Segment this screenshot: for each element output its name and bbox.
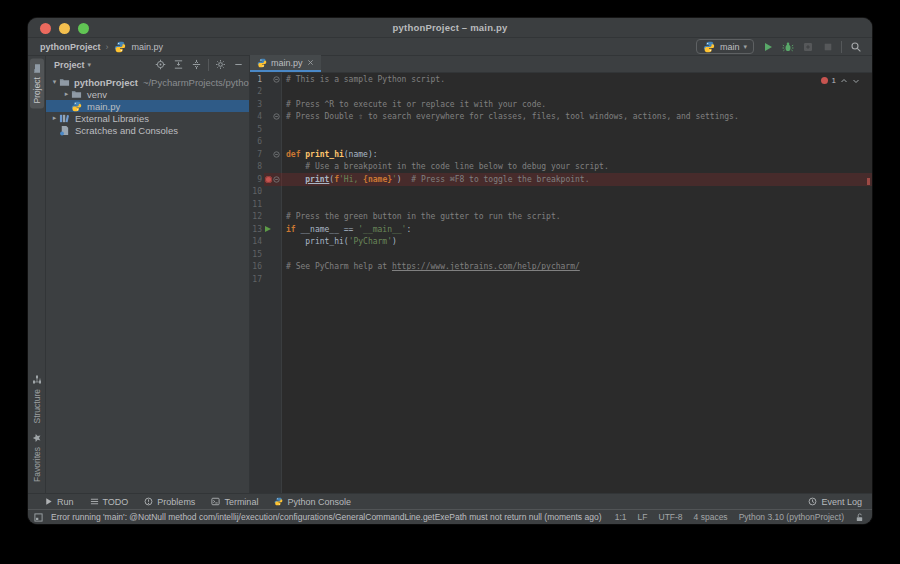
breadcrumb-file[interactable]: main.py: [132, 42, 164, 52]
tree-item-external-libraries[interactable]: ▸External Libraries: [46, 112, 249, 124]
code-editor[interactable]: 1 1# This is a sample Python script.23# …: [250, 73, 872, 493]
line-number: 14: [250, 236, 264, 249]
breadcrumb: pythonProject › main.py: [40, 40, 163, 53]
panel-divider: [208, 59, 209, 71]
status-message[interactable]: Error running 'main': @NotNull method co…: [51, 512, 607, 522]
settings-gear-icon[interactable]: [214, 58, 227, 71]
run-configuration-selector[interactable]: main ▾: [696, 39, 754, 54]
line-number: 4: [250, 111, 264, 124]
debug-button[interactable]: [781, 40, 794, 53]
fold-region-icon[interactable]: [272, 73, 282, 86]
inspection-widget[interactable]: 1: [821, 76, 860, 85]
expand-all-icon[interactable]: [172, 58, 185, 71]
code-line-17[interactable]: 17: [250, 273, 872, 286]
tree-item-venv[interactable]: ▸venv: [46, 88, 249, 100]
breadcrumb-project[interactable]: pythonProject: [40, 42, 101, 52]
chevron-right-icon[interactable]: ▸: [50, 114, 59, 122]
run-line-icon[interactable]: [265, 226, 271, 232]
line-number: 11: [250, 198, 264, 211]
project-panel-title[interactable]: Project: [54, 60, 85, 70]
file-encoding[interactable]: UTF-8: [659, 512, 683, 522]
editor-tab-main-py[interactable]: main.py: [250, 55, 321, 72]
event-log-button[interactable]: Event Log: [808, 497, 862, 507]
code-line-10[interactable]: 10: [250, 186, 872, 199]
tree-item-label: main.py: [87, 101, 120, 112]
code-line-3[interactable]: 3# Press ^R to execute it or replace it …: [250, 98, 872, 111]
indent-style[interactable]: 4 spaces: [694, 512, 728, 522]
close-tab-icon[interactable]: [307, 59, 314, 66]
code-line-6[interactable]: 6: [250, 136, 872, 149]
desktop-background: pythonProject – main.py pythonProject › …: [0, 0, 900, 564]
line-ending[interactable]: LF: [638, 512, 648, 522]
code-line-16[interactable]: 16# See PyCharm help at https://www.jetb…: [250, 261, 872, 274]
tree-item-scratches-and-consoles[interactable]: Scratches and Consoles: [46, 124, 249, 136]
tool-window-tab-structure[interactable]: Structure: [30, 370, 44, 429]
gutter-cell: [264, 98, 272, 111]
tree-item-path: ~/PycharmProjects/pythonProjec: [143, 77, 249, 88]
event-log-icon: [808, 497, 817, 506]
code-text: # See PyCharm help at https://www.jetbra…: [282, 261, 872, 274]
code-line-4[interactable]: 4# Press Double ⇧ to search everywhere f…: [250, 111, 872, 124]
tool-window-button-terminal[interactable]: Terminal: [211, 497, 258, 507]
tree-item-pythonproject[interactable]: ▾pythonProject~/PycharmProjects/pythonPr…: [46, 76, 249, 88]
code-line-1[interactable]: 1# This is a sample Python script.: [250, 73, 872, 86]
chevron-down-icon: ▾: [743, 43, 747, 51]
close-window-button[interactable]: [40, 23, 51, 34]
gutter-cell: [264, 198, 272, 211]
search-everywhere-icon[interactable]: [849, 40, 862, 53]
tool-window-button-python-console[interactable]: Python Console: [274, 497, 351, 507]
chevron-down-icon[interactable]: ▾: [50, 78, 59, 86]
fold-region-icon[interactable]: [272, 111, 282, 124]
line-number: 8: [250, 161, 264, 174]
code-line-13[interactable]: 13if __name__ == '__main__':: [250, 223, 872, 236]
collapse-all-icon[interactable]: [190, 58, 203, 71]
event-log-label: Event Log: [821, 497, 862, 507]
hide-panel-icon[interactable]: [232, 58, 245, 71]
code-line-12[interactable]: 12# Press the green button in the gutter…: [250, 211, 872, 224]
fold-column: [272, 123, 282, 136]
code-line-8[interactable]: 8 # Use a breakpoint in the code line be…: [250, 161, 872, 174]
tool-window-button-run[interactable]: Run: [44, 497, 74, 507]
run-with-coverage-button: [801, 40, 814, 53]
code-line-7[interactable]: 7def print_hi(name):: [250, 148, 872, 161]
fold-region-icon[interactable]: [272, 148, 282, 161]
tool-window-button-todo[interactable]: TODO: [90, 497, 129, 507]
prev-error-icon[interactable]: [840, 77, 848, 85]
code-text: # Press ^R to execute it or replace it w…: [282, 98, 872, 111]
minimize-window-button[interactable]: [59, 23, 70, 34]
code-line-15[interactable]: 15: [250, 248, 872, 261]
python-icon: [274, 497, 283, 506]
zoom-window-button[interactable]: [78, 23, 89, 34]
chevron-right-icon[interactable]: ▸: [62, 90, 71, 98]
code-line-14[interactable]: 14 print_hi('PyCharm'): [250, 236, 872, 249]
line-number: 3: [250, 98, 264, 111]
tool-window-tab-project[interactable]: Project: [30, 58, 44, 108]
gutter-cell: [264, 73, 272, 86]
run-button[interactable]: [761, 40, 774, 53]
code-line-2[interactable]: 2: [250, 86, 872, 99]
code-line-11[interactable]: 11: [250, 198, 872, 211]
tool-window-tab-favorites[interactable]: Favorites: [30, 428, 44, 487]
tree-item-main-py[interactable]: main.py: [46, 100, 249, 112]
gutter-breakpoint-cell[interactable]: [264, 173, 272, 186]
breakpoint-icon[interactable]: [265, 176, 272, 183]
tool-window-tab-label: Project: [32, 77, 42, 103]
tree-item-label: Scratches and Consoles: [75, 125, 178, 136]
fold-column: [272, 236, 282, 249]
python-interpreter[interactable]: Python 3.10 (pythonProject): [739, 512, 844, 522]
restore-tool-windows-icon[interactable]: [34, 513, 43, 522]
next-error-icon[interactable]: [852, 77, 860, 85]
fold-region-icon[interactable]: [272, 173, 282, 186]
locate-file-icon[interactable]: [154, 58, 167, 71]
gutter-run-cell[interactable]: [264, 223, 272, 236]
error-stripe-mark[interactable]: [867, 178, 870, 185]
code-line-9[interactable]: 9 print(f'Hi, {name}') # Press ⌘F8 to to…: [250, 173, 872, 186]
caret-position[interactable]: 1:1: [615, 512, 627, 522]
structure-icon: [32, 375, 42, 385]
folder-icon: [59, 77, 70, 88]
fold-column: [272, 198, 282, 211]
unlock-icon[interactable]: [855, 513, 864, 522]
tool-window-button-problems[interactable]: Problems: [144, 497, 195, 507]
code-line-5[interactable]: 5: [250, 123, 872, 136]
chevron-down-icon[interactable]: ▾: [88, 61, 92, 69]
